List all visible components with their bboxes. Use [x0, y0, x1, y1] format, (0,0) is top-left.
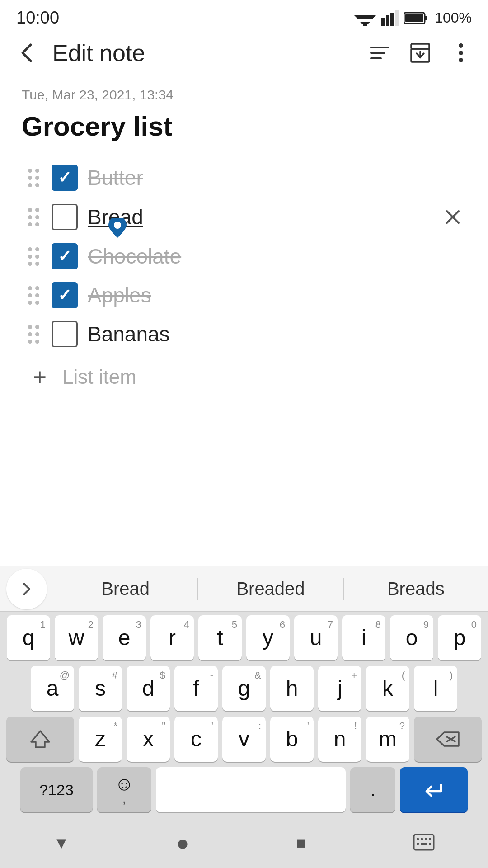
- sort-button[interactable]: [363, 37, 396, 69]
- backspace-icon: [436, 731, 460, 748]
- space-key[interactable]: [156, 767, 346, 812]
- item-text-bananas[interactable]: Bananas: [88, 322, 466, 346]
- signal-icon: [381, 10, 399, 26]
- archive-icon: [410, 42, 431, 63]
- item-text-bread[interactable]: Bread: [88, 205, 439, 229]
- emoji-key[interactable]: ☺ ,: [97, 767, 151, 812]
- key-n[interactable]: !n: [318, 717, 361, 762]
- svg-rect-5: [386, 15, 389, 26]
- suggestion-breaded[interactable]: Breaded: [198, 574, 343, 604]
- checkbox-bananas[interactable]: [52, 321, 78, 347]
- shift-icon: [30, 729, 50, 749]
- key-row-1: 1q 2w 3e 4r 5t 6y 7u 8i 9o 0p: [3, 615, 485, 660]
- svg-marker-23: [31, 731, 49, 747]
- more-button[interactable]: [445, 37, 477, 69]
- key-c[interactable]: 'c: [174, 717, 218, 762]
- svg-rect-27: [417, 838, 419, 840]
- drag-handle[interactable]: [22, 325, 45, 344]
- nav-keyboard-button[interactable]: [413, 834, 435, 853]
- svg-point-20: [114, 222, 121, 229]
- note-content: Tue, Mar 23, 2021, 13:34 Grocery list ✓ …: [0, 74, 488, 401]
- key-o[interactable]: 9o: [390, 615, 433, 660]
- key-x[interactable]: "x: [127, 717, 170, 762]
- key-row-2: @a #s $d -f &g h +j (k )l: [3, 666, 485, 711]
- back-button[interactable]: [11, 37, 43, 69]
- svg-rect-33: [429, 843, 431, 845]
- drag-handle[interactable]: [22, 286, 45, 305]
- key-i[interactable]: 8i: [342, 615, 385, 660]
- drag-handle[interactable]: [22, 169, 45, 187]
- list-item: Bread: [22, 197, 466, 237]
- note-date: Tue, Mar 23, 2021, 13:34: [22, 87, 466, 103]
- shift-key[interactable]: [6, 717, 74, 762]
- nav-recent-button[interactable]: ■: [296, 833, 306, 853]
- backspace-key[interactable]: [414, 717, 482, 762]
- checkbox-chocolate[interactable]: ✓: [52, 243, 78, 269]
- battery-percent: 100%: [435, 9, 472, 26]
- note-title: Grocery list: [22, 111, 466, 142]
- svg-rect-28: [421, 838, 423, 840]
- item-text-apples[interactable]: Apples: [88, 283, 466, 307]
- item-text-butter[interactable]: Butter: [88, 165, 466, 190]
- key-h[interactable]: h: [270, 666, 314, 711]
- key-j[interactable]: +j: [318, 666, 361, 711]
- svg-point-19: [459, 58, 463, 62]
- bottom-nav: ▼ ● ■: [0, 822, 488, 868]
- key-y[interactable]: 6y: [246, 615, 290, 660]
- key-p[interactable]: 0p: [438, 615, 481, 660]
- checkbox-butter[interactable]: ✓: [52, 165, 78, 191]
- back-arrow-icon: [17, 43, 37, 63]
- enter-icon: [423, 781, 445, 798]
- key-a[interactable]: @a: [31, 666, 74, 711]
- key-f[interactable]: -f: [174, 666, 218, 711]
- key-u[interactable]: 7u: [294, 615, 338, 660]
- suggestion-bread[interactable]: Bread: [53, 574, 197, 604]
- add-item-button[interactable]: + List item: [22, 354, 466, 401]
- key-b[interactable]: 'b: [270, 717, 314, 762]
- key-e[interactable]: 3e: [103, 615, 146, 660]
- add-plus-icon: +: [28, 363, 52, 391]
- status-icons: 100%: [354, 9, 472, 26]
- nav-home-button[interactable]: ●: [176, 830, 189, 855]
- key-z[interactable]: *z: [79, 717, 122, 762]
- list-item: ✓ Chocolate: [22, 237, 466, 276]
- add-item-label: List item: [62, 366, 136, 388]
- item-text-chocolate[interactable]: Chocolate: [88, 244, 466, 269]
- key-t[interactable]: 5t: [198, 615, 242, 660]
- svg-rect-30: [429, 838, 431, 840]
- app-bar: Edit note: [0, 32, 488, 74]
- key-k[interactable]: (k: [366, 666, 409, 711]
- status-time: 10:00: [16, 8, 59, 28]
- keyboard-icon: [413, 834, 435, 851]
- key-m[interactable]: ?m: [366, 717, 409, 762]
- key-l[interactable]: )l: [414, 666, 457, 711]
- key-v[interactable]: :v: [222, 717, 266, 762]
- enter-key[interactable]: [400, 767, 468, 812]
- drag-handle[interactable]: [22, 247, 45, 266]
- key-s[interactable]: #s: [79, 666, 122, 711]
- suggestion-breads[interactable]: Breads: [344, 574, 488, 604]
- key-w[interactable]: 2w: [55, 615, 98, 660]
- checkbox-apples[interactable]: ✓: [52, 282, 78, 308]
- numbers-key[interactable]: ?123: [20, 767, 93, 812]
- svg-rect-9: [425, 16, 427, 20]
- drag-handle[interactable]: [22, 208, 45, 226]
- svg-rect-4: [381, 18, 385, 26]
- svg-point-17: [459, 43, 463, 48]
- list-item: ✓ Apples: [22, 276, 466, 315]
- list-item: ✓ Butter: [22, 158, 466, 197]
- svg-rect-6: [390, 13, 394, 26]
- key-r[interactable]: 4r: [150, 615, 194, 660]
- key-g[interactable]: &g: [222, 666, 266, 711]
- key-d[interactable]: $d: [127, 666, 170, 711]
- checkbox-bread[interactable]: [52, 204, 78, 230]
- suggestions-expand-button[interactable]: [6, 569, 47, 609]
- key-q[interactable]: 1q: [7, 615, 50, 660]
- delete-item-button[interactable]: [439, 203, 466, 231]
- nav-back-button[interactable]: ▼: [53, 834, 70, 853]
- archive-button[interactable]: [404, 37, 436, 69]
- page-title: Edit note: [52, 39, 354, 66]
- keyboard-area: Bread Breaded Breads 1q 2w 3e 4r 5t 6y 7…: [0, 566, 488, 868]
- key-row-3: *z "x 'c :v 'b !n ?m: [3, 717, 485, 762]
- period-key[interactable]: .: [350, 767, 395, 812]
